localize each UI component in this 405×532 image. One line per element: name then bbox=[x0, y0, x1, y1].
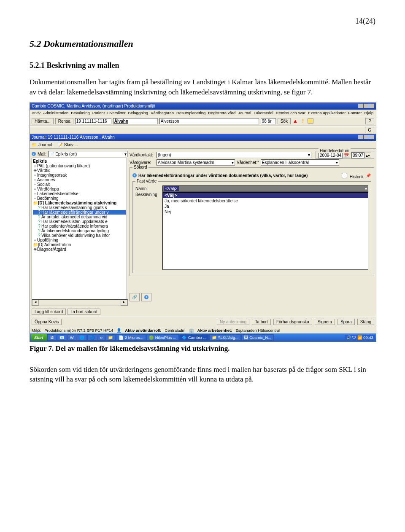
tree-item[interactable]: ✳Vårdtid bbox=[33, 168, 126, 173]
menu-item[interactable]: Resursplanering bbox=[176, 110, 205, 115]
calendar-icon[interactable]: 📅 bbox=[343, 153, 350, 158]
roll-value: Centraladm bbox=[165, 328, 185, 333]
menu-item[interactable]: Vårdbegäran bbox=[151, 110, 174, 115]
menu-item[interactable]: Översikter bbox=[107, 110, 125, 115]
tree-item[interactable]: ▫Intagningsorsak bbox=[33, 173, 126, 177]
tab-skriv[interactable]: Skriv ... bbox=[64, 142, 78, 147]
window-controls[interactable] bbox=[358, 104, 374, 109]
template-tree[interactable]: Epikris ▫PAL (patientansvarig läkare) ✳V… bbox=[32, 158, 127, 299]
quicklaunch-icon[interactable]: e bbox=[98, 334, 105, 341]
tabort-button[interactable]: Ta bort bbox=[252, 319, 271, 325]
info-button[interactable]: i bbox=[141, 293, 151, 301]
taskbar-item[interactable]: 🟢NilexPlus ... bbox=[146, 334, 179, 341]
tree-item[interactable]: ▫Anamnes bbox=[33, 177, 126, 182]
tree-question[interactable]: ?Har patienten/närstående informera bbox=[33, 224, 126, 228]
menu-item[interactable]: Läkemedel bbox=[254, 110, 273, 115]
taskbar-item[interactable]: 🖼Cosmic_N... bbox=[241, 334, 274, 341]
tree-item[interactable]: ▫Uppföljning bbox=[33, 238, 126, 242]
forhandsgranska-button[interactable]: Förhandsgranska bbox=[273, 319, 312, 325]
pin-icon[interactable]: 📌 bbox=[365, 172, 371, 178]
rensa-button[interactable]: Rensa bbox=[55, 118, 73, 124]
vardgivare-dropdown[interactable]: Arvidsson Martina systemadm▾ bbox=[157, 159, 235, 166]
quicklaunch-icon[interactable]: 🌐 bbox=[77, 334, 87, 341]
taskbar-item-active[interactable]: 🔷Cambio ... bbox=[179, 334, 209, 341]
tree-item[interactable]: ✳Diagnos/Åtgärd bbox=[33, 247, 126, 252]
personnr-input[interactable]: 19 111111-1116 bbox=[75, 118, 111, 124]
tree-question[interactable]: ?Vilka behöver vid utskrivning ha infor bbox=[33, 233, 126, 238]
tree-scrollbar[interactable]: ◄► bbox=[32, 299, 128, 306]
historik-checkbox[interactable] bbox=[342, 173, 347, 178]
listbox-option[interactable]: Ja bbox=[163, 204, 368, 209]
beskrivning-listbox[interactable]: <Välj> Ja, med sökordet läkemedelsberätt… bbox=[162, 192, 368, 270]
journal-window-controls[interactable] bbox=[358, 135, 374, 140]
tree-question[interactable]: ?Är läkemedelsförändringarna tydligg bbox=[33, 228, 126, 233]
spara-button[interactable]: Spara bbox=[338, 319, 355, 325]
tree-item[interactable]: ▫Bedömning bbox=[33, 196, 126, 201]
tree-item-group[interactable]: 📁[D] Läkemedelsavstämning utskrivning bbox=[33, 201, 126, 205]
tab-journal[interactable]: Journal bbox=[38, 142, 52, 147]
sokord-label: Sökord bbox=[132, 165, 148, 169]
tray-icon[interactable]: 🛡 bbox=[352, 335, 356, 340]
time-input[interactable]: 09:07 bbox=[351, 152, 364, 159]
ny-anteckning-button[interactable]: Ny anteckning bbox=[217, 319, 249, 325]
vardenhet-dropdown[interactable]: Esplanaden Hälsocentral▾ bbox=[261, 159, 339, 166]
vardkontakt-dropdown[interactable]: (Ingen)▾ bbox=[157, 152, 311, 158]
mall-dropdown[interactable]: 📄Epikris (ort)▾ bbox=[48, 151, 128, 157]
namn-dropdown[interactable]: <Välj>▾ bbox=[162, 185, 368, 192]
menu-item[interactable]: Externa applikationer bbox=[308, 110, 346, 115]
tree-item-group[interactable]: 📁[D] Administration bbox=[33, 242, 126, 247]
menu-item[interactable]: Journal bbox=[238, 110, 251, 115]
alert-icon[interactable]: ! bbox=[300, 118, 306, 124]
taskbar-item[interactable]: 📄2 Micros... bbox=[116, 334, 146, 341]
tree-root[interactable]: Epikris bbox=[33, 159, 126, 164]
tree-item[interactable]: ▫Socialt bbox=[33, 182, 126, 187]
menu-item[interactable]: Beläggning bbox=[128, 110, 148, 115]
listbox-selected[interactable]: <Välj> bbox=[163, 193, 368, 198]
start-button[interactable]: Start bbox=[31, 334, 47, 341]
tray-icon[interactable]: 🔊 bbox=[346, 335, 351, 340]
stang-button[interactable]: Stäng bbox=[357, 319, 374, 325]
menu-item[interactable]: Bevakning bbox=[71, 110, 89, 115]
p-button[interactable]: P bbox=[365, 118, 374, 124]
menu-item[interactable]: Administration bbox=[43, 110, 68, 115]
listbox-option[interactable]: Nej bbox=[163, 209, 368, 215]
time-stepper[interactable]: ▴▾ bbox=[364, 153, 371, 158]
quicklaunch-icon[interactable]: W bbox=[68, 334, 76, 341]
add-sokord-button[interactable]: Lägg till sökord bbox=[32, 309, 66, 315]
menu-item[interactable]: Remiss och svar bbox=[276, 110, 305, 115]
journal-title: Journal: 19 111111-1116 Älversson , Älva… bbox=[32, 135, 115, 140]
menu-item[interactable]: Hjälp bbox=[364, 110, 374, 115]
date-input[interactable]: 2009-12-04 bbox=[319, 152, 343, 159]
quicklaunch-icon[interactable]: 📁 bbox=[105, 334, 116, 341]
quicklaunch-icon[interactable]: 📧 bbox=[57, 334, 67, 341]
attach-button[interactable]: 🔗 bbox=[130, 293, 140, 301]
lastname-input[interactable]: Älversson bbox=[159, 118, 259, 124]
system-tray[interactable]: 🔊 🛡 📶 09:43 bbox=[345, 335, 375, 340]
tree-question[interactable]: ?Är antalet läkemedel detsamma vid bbox=[33, 215, 126, 219]
note-icon[interactable] bbox=[308, 118, 313, 124]
menu-item[interactable]: Patient bbox=[92, 110, 105, 115]
menu-item[interactable]: Registrera vård bbox=[208, 110, 235, 115]
tree-question[interactable]: ?Har läkemedelsavstämning gjorts s bbox=[33, 205, 126, 210]
menu-item[interactable]: Fönster bbox=[348, 110, 362, 115]
tree-question[interactable]: ?Har läkemedelslistan uppdaterats e bbox=[33, 219, 126, 224]
hamta-button[interactable]: Hämta... bbox=[32, 118, 54, 124]
tree-item[interactable]: ▫Vårdförlopp bbox=[33, 187, 126, 191]
g-button[interactable]: G bbox=[365, 127, 374, 133]
warning-icon[interactable]: ▲ bbox=[292, 118, 298, 124]
taskbar-item[interactable]: 📁\\LKL\fs\g... bbox=[209, 334, 241, 341]
quicklaunch-icon[interactable]: 🖥 bbox=[47, 334, 57, 341]
tray-icon[interactable]: 📶 bbox=[357, 335, 362, 340]
quicklaunch-icon[interactable]: 🔵 bbox=[87, 334, 97, 341]
oppna-kovis-button[interactable]: Öppna Kövis bbox=[32, 319, 62, 325]
vardkontakt-label: Vårdkontakt: bbox=[130, 153, 155, 157]
del-sokord-button[interactable]: Ta bort sökord bbox=[68, 309, 100, 315]
tree-question-selected[interactable]: ?Har läkemedelsförändringar under v bbox=[33, 210, 126, 215]
firstname-input[interactable]: Älvahn bbox=[113, 118, 158, 124]
listbox-option[interactable]: Ja, med sökordet läkemedelsberättelse bbox=[163, 198, 368, 204]
tree-item[interactable]: ▫PAL (patientansvarig läkare) bbox=[33, 164, 126, 168]
signera-button[interactable]: Signera bbox=[315, 319, 335, 325]
sok-button[interactable]: Sök bbox=[278, 118, 291, 124]
menu-item[interactable]: Arkiv bbox=[32, 110, 40, 115]
tree-item[interactable]: ▫Läkemedelsberättelse bbox=[33, 191, 126, 196]
